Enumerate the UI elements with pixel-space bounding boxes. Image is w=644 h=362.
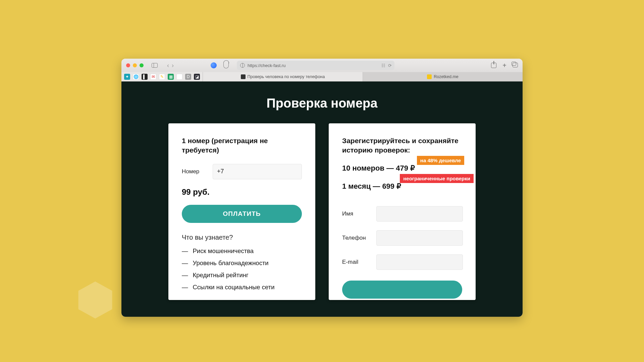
minimize-window-icon[interactable] [133,63,137,67]
tab-favicon-icon [427,74,432,79]
email-label: E-mail [342,259,370,265]
feature-item: Уровень благонадежности [182,259,302,267]
watermark-hexagon-icon [75,280,115,320]
titlebar: ‹ › https://check-fast.ru ☷ ⟳ + [121,59,523,72]
name-input[interactable] [376,206,463,222]
single-check-card: 1 номер (регистрация не требуется) Номер… [168,123,315,300]
email-input[interactable] [376,254,463,270]
offer-text: 1 месяц — 699 ₽ [342,182,401,190]
tab-label: Rozetked.me [434,74,459,79]
features-list: Риск мошенничества Уровень благонадежнос… [182,247,302,291]
favorite-icon[interactable]: ✎ [159,74,165,80]
feature-item: Риск мошенничества [182,247,302,255]
page-title: Проверка номера [267,96,378,111]
favorite-icon[interactable]: ✦ [124,74,130,80]
feature-item: Ссылки на социальные сети [182,284,302,291]
browser-window: ‹ › https://check-fast.ru ☷ ⟳ + [121,59,523,317]
name-label: Имя [342,210,370,217]
phone-number-input[interactable] [213,164,302,179]
register-button[interactable] [342,281,462,299]
favorite-icon[interactable]: G [176,74,182,80]
feature-item: Кредитный рейтинг [182,272,302,279]
favorites-bar: ✦ 🌐 ▌ ✉ ✎ ▦ G D ◪ [121,72,203,81]
browser-logo-icon [211,62,217,68]
tab-favicon-icon [241,74,246,79]
card-heading: 1 номер (регистрация не требуется) [182,136,302,155]
offer-10-numbers: 10 номеров — 479 ₽ на 48% дешевле [342,164,462,173]
offer-1-month: 1 месяц — 699 ₽ неограниченные проверки [342,182,462,191]
number-label: Номер [182,168,205,175]
pay-button[interactable]: ОПЛАТИТЬ [182,205,302,223]
translate-icon[interactable]: ☷ [381,63,385,68]
register-card: Зарегистрируйтесь и сохраняйте историю п… [329,123,476,300]
back-icon[interactable]: ‹ [167,62,169,68]
svg-marker-0 [78,282,112,318]
window-controls [126,63,144,67]
discount-badge: на 48% дешевле [417,156,464,165]
phone-input[interactable] [376,230,463,246]
card-heading: Зарегистрируйтесь и сохраняйте историю п… [342,136,462,155]
favorite-icon[interactable]: ▦ [168,74,174,80]
page-content: Проверка номера 1 номер (регистрация не … [121,81,523,317]
price-text: 99 руб. [182,187,302,197]
favorite-icon[interactable]: ✉ [150,74,156,80]
tab-label: Проверь человека по номеру телефона [248,74,325,79]
forward-icon[interactable]: › [172,62,174,68]
tab-bar: ✦ 🌐 ▌ ✉ ✎ ▦ G D ◪ Проверь человека по но… [121,72,523,81]
favorite-icon[interactable]: 🌐 [133,74,139,80]
share-icon[interactable] [491,63,496,68]
favorite-icon[interactable]: ◪ [194,74,200,80]
reload-icon[interactable]: ⟳ [388,63,392,68]
maximize-window-icon[interactable] [140,63,144,67]
url-text: https://check-fast.ru [248,63,285,68]
unlimited-badge: неограниченные проверки [400,174,474,183]
globe-icon [240,63,245,68]
phone-label: Телефон [342,235,370,241]
favorite-icon[interactable]: ▌ [142,74,148,80]
favorite-icon[interactable]: D [185,74,191,80]
new-tab-icon[interactable]: + [502,63,506,68]
sidebar-toggle-icon[interactable] [152,63,158,68]
features-heading: Что вы узнаете? [182,234,302,241]
tab-overview-icon[interactable] [513,63,518,67]
tab-rozetked[interactable]: Rozetked.me [363,72,523,81]
url-bar[interactable]: https://check-fast.ru ☷ ⟳ [237,61,394,70]
close-window-icon[interactable] [126,63,130,67]
offer-text: 10 номеров — 479 ₽ [342,164,415,172]
tab-check-fast[interactable]: Проверь человека по номеру телефона [203,72,363,81]
privacy-shield-icon[interactable] [223,62,229,68]
